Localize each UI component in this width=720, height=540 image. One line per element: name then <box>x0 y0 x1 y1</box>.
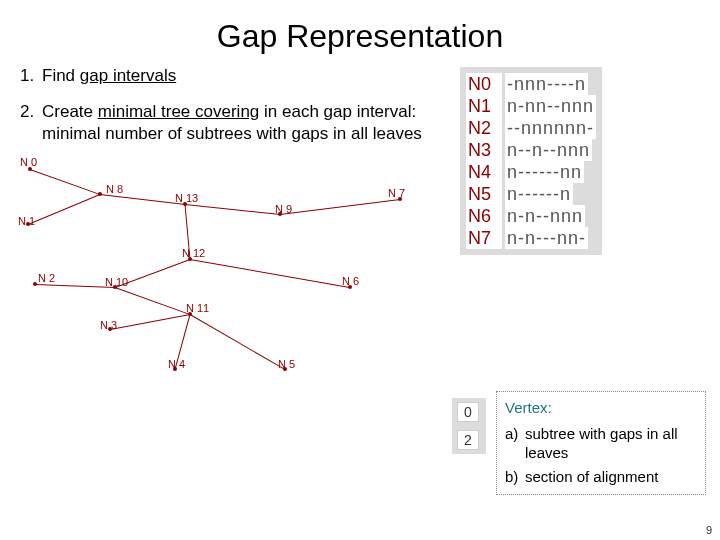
tree-label-n3: N 3 <box>100 319 117 331</box>
slide-title: Gap Representation <box>0 0 720 65</box>
step-1-number: 1. <box>20 65 42 87</box>
alignment-row-seq: n-nn--nnn <box>505 95 596 117</box>
alignment-row-seq: -nnn----n <box>505 73 588 95</box>
tree-label-n4: N 4 <box>168 358 185 370</box>
mini-alignment-cell: 2 <box>457 430 479 450</box>
alignment-row: N6n-n--nnn <box>466 205 596 227</box>
tree-label-n1: N 1 <box>18 215 35 227</box>
tree-label-n0: N 0 <box>20 156 37 168</box>
alignment-row-name: N4 <box>466 161 502 183</box>
content-row: 1. Find gap intervals 2. Create minimal … <box>0 65 720 399</box>
tree-diagram: N 0N 1N 8N 13N 9N 7N 12N 2N 10N 6N 11N 3… <box>20 159 440 399</box>
tree-label-n13: N 13 <box>175 192 198 204</box>
tree-label-n12: N 12 <box>182 247 205 259</box>
page-number: 9 <box>706 524 712 536</box>
alignment-row-seq: n-n---nn- <box>505 227 588 249</box>
step-1-pre: Find <box>42 66 80 85</box>
alignment-row-seq: n------n <box>505 183 573 205</box>
alignment-row-name: N3 <box>466 139 502 161</box>
alignment-row-seq: --nnnnnn- <box>505 117 596 139</box>
alignment-row: N0-nnn----n <box>466 73 596 95</box>
alignment-row-name: N5 <box>466 183 502 205</box>
tree-label-n5: N 5 <box>278 358 295 370</box>
alignment-row: N2--nnnnnn- <box>466 117 596 139</box>
alignment-row-name: N2 <box>466 117 502 139</box>
alignment-row: N3n--n--nnn <box>466 139 596 161</box>
alignment-row: N5n------n <box>466 183 596 205</box>
alignment-row: N1n-nn--nnn <box>466 95 596 117</box>
tree-label-n2: N 2 <box>38 272 55 284</box>
alignment-row: N4n------nn <box>466 161 596 183</box>
alignment-table: N0-nnn----nN1n-nn--nnnN2--nnnnnn-N3n--n-… <box>460 67 602 255</box>
step-2-pre: Create <box>42 102 98 121</box>
tree-edge <box>190 314 285 370</box>
tree-label-n8: N 8 <box>106 183 123 195</box>
tree-edge <box>190 259 350 288</box>
step-1-text: Find gap intervals <box>42 65 176 87</box>
tree-node-n2 <box>33 282 37 286</box>
step-1-underlined: gap intervals <box>80 66 176 85</box>
vertex-title: Vertex: <box>505 398 697 418</box>
step-2-text: Create minimal tree covering in each gap… <box>42 101 460 145</box>
alignment-row-seq: n--n--nnn <box>505 139 592 161</box>
vertex-item-a-text: subtree with gaps in all leaves <box>525 424 697 463</box>
step-2-number: 2. <box>20 101 42 145</box>
tree-label-n9: N 9 <box>275 203 292 215</box>
step-1: 1. Find gap intervals <box>20 65 460 87</box>
alignment-row-name: N1 <box>466 95 502 117</box>
tree-edge <box>30 169 100 195</box>
vertex-item-a: a) subtree with gaps in all leaves <box>505 424 697 463</box>
tree-label-n10: N 10 <box>105 276 128 288</box>
tree-edge <box>100 194 185 205</box>
mini-alignment: 02 <box>452 398 486 454</box>
tree-edge <box>280 199 400 215</box>
vertex-definition-box: Vertex: a) subtree with gaps in all leav… <box>496 391 706 495</box>
tree-edge <box>110 314 190 330</box>
alignment-row-name: N0 <box>466 73 502 95</box>
tree-edge <box>35 284 115 288</box>
tree-label-n7: N 7 <box>388 187 405 199</box>
tree-edge <box>115 287 190 315</box>
tree-edge <box>28 194 100 225</box>
alignment-row-seq: n-n--nnn <box>505 205 585 227</box>
mini-alignment-cell: 0 <box>457 402 479 422</box>
right-column: N0-nnn----nN1n-nn--nnnN2--nnnnnn-N3n--n-… <box>460 65 700 399</box>
vertex-item-b-text: section of alignment <box>525 467 658 487</box>
tree-label-n6: N 6 <box>342 275 359 287</box>
vertex-item-b-letter: b) <box>505 467 525 487</box>
alignment-row-seq: n------nn <box>505 161 584 183</box>
alignment-row: N7n-n---nn- <box>466 227 596 249</box>
tree-edge <box>185 204 280 215</box>
step-2: 2. Create minimal tree covering in each … <box>20 101 460 145</box>
alignment-row-name: N7 <box>466 227 502 249</box>
alignment-row-name: N6 <box>466 205 502 227</box>
vertex-item-a-letter: a) <box>505 424 525 463</box>
vertex-item-b: b) section of alignment <box>505 467 697 487</box>
left-column: 1. Find gap intervals 2. Create minimal … <box>20 65 460 399</box>
tree-label-n11: N 11 <box>186 302 209 314</box>
step-2-underlined: minimal tree covering <box>98 102 260 121</box>
tree-node-n8 <box>98 192 102 196</box>
